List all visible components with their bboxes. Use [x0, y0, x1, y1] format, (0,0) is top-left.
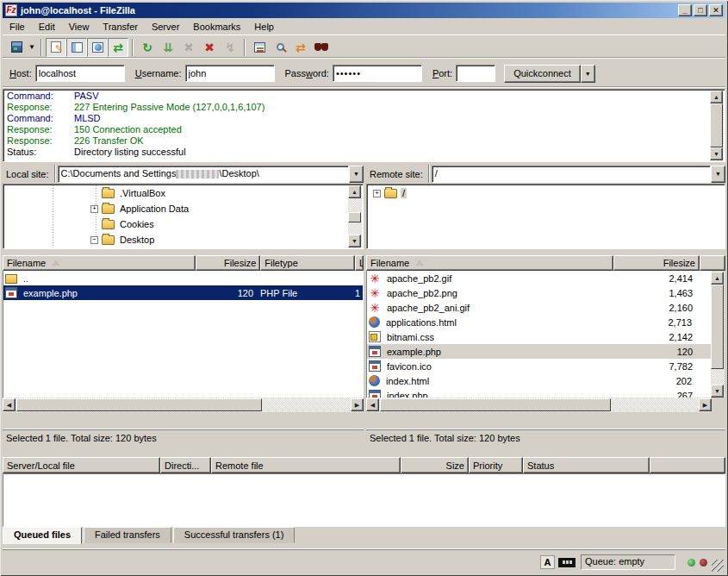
port-input[interactable] [456, 65, 495, 82]
quickconnect-button[interactable]: Quickconnect [504, 65, 581, 83]
toggle-log-view-button[interactable]: ✎ [46, 38, 66, 57]
remote-site-combo[interactable]: / ▼ [432, 166, 725, 183]
menu-view[interactable]: View [62, 20, 96, 34]
speed-limit-icon[interactable] [558, 558, 576, 567]
toggle-queue-button[interactable]: ⇄ [108, 38, 128, 57]
activity-led-red-icon [700, 559, 707, 567]
menu-file[interactable]: File [3, 20, 32, 34]
queue-col-remote-file[interactable]: Remote file [211, 457, 401, 473]
directory-filters-button[interactable] [249, 38, 270, 57]
remote-col-filename[interactable]: Filename [366, 255, 613, 271]
local-row-up[interactable]: .. [3, 271, 363, 285]
password-input[interactable] [333, 65, 422, 82]
data-type-ascii-icon[interactable]: A [540, 555, 555, 569]
collapse-minus-icon[interactable]: − [90, 236, 98, 244]
menu-help[interactable]: Help [247, 20, 281, 34]
minimize-button[interactable]: _ [678, 4, 692, 16]
scrollbar-thumb[interactable] [348, 212, 361, 222]
expand-plus-icon[interactable]: + [373, 190, 381, 197]
local-col-lastmodified[interactable]: L [355, 255, 364, 271]
remote-row[interactable]: apache_pb2.png1,463 [367, 285, 711, 300]
disconnect-button[interactable]: ✖ [199, 38, 220, 57]
remote-row-selected[interactable]: example.php120 [367, 344, 711, 359]
queue-col-direction[interactable]: Directi... [160, 457, 211, 473]
scroll-right-icon[interactable]: ▶ [699, 398, 712, 411]
local-tree-scrollbar[interactable]: ▲ ▼ [348, 185, 362, 247]
queue-body[interactable] [3, 473, 725, 527]
scrollbar-thumb[interactable] [711, 285, 724, 369]
remote-row[interactable]: apache_pb2_ani.gif2,160 [367, 300, 711, 315]
queue-col-priority[interactable]: Priority [469, 457, 523, 473]
scroll-up-icon[interactable]: ▲ [710, 91, 723, 103]
quickconnect-dropdown[interactable]: ▼ [581, 65, 595, 83]
scroll-down-icon[interactable]: ▼ [348, 235, 361, 247]
tree-item-application-data[interactable]: + Application Data [4, 201, 362, 216]
resize-grip[interactable] [712, 560, 724, 572]
toggle-local-tree-button[interactable] [66, 38, 87, 57]
local-path-value[interactable]: C:\Documents and Settings\Desktop\ [58, 166, 349, 183]
refresh-button[interactable]: ↻ [137, 38, 158, 57]
synchronized-browsing-button[interactable]: ⇄ [290, 38, 311, 57]
remote-list-scrollbar[interactable]: ▲ ▼ [711, 272, 725, 398]
local-site-dropdown[interactable]: ▼ [349, 166, 364, 183]
tree-item-cookies[interactable]: Cookies [4, 216, 362, 232]
tree-item-desktop[interactable]: − Desktop [4, 232, 362, 247]
tree-item-virtualbox[interactable]: .VirtualBox [4, 185, 362, 201]
scrollbar-thumb[interactable] [710, 103, 723, 147]
scroll-down-icon[interactable]: ▼ [710, 147, 723, 160]
scroll-down-icon[interactable]: ▼ [711, 385, 724, 398]
maximize-button[interactable]: □ [694, 4, 707, 16]
site-manager-dropdown[interactable]: ▼ [27, 38, 37, 57]
local-col-filetype[interactable]: Filetype [260, 255, 355, 271]
remote-path-value[interactable]: / [432, 166, 711, 183]
find-files-button[interactable] [311, 38, 332, 57]
remote-row[interactable]: bitnami.css2,142 [367, 329, 711, 344]
local-col-filesize[interactable]: Filesize [196, 255, 260, 271]
remote-site-dropdown[interactable]: ▼ [711, 166, 725, 183]
scroll-up-icon[interactable]: ▲ [711, 272, 724, 285]
queue-col-size[interactable]: Size [401, 457, 469, 473]
remote-row[interactable]: favicon.ico7,782 [367, 359, 711, 373]
reconnect-button[interactable]: ↯ [220, 38, 240, 57]
cancel-button[interactable]: ✖ [178, 38, 199, 57]
menu-server[interactable]: Server [145, 20, 186, 34]
scroll-left-icon[interactable]: ◀ [3, 398, 16, 411]
close-button[interactable]: ✕ [709, 4, 723, 16]
title-bar[interactable]: Fz john@localhost - FileZilla _ □ ✕ [3, 3, 725, 18]
expand-plus-icon[interactable]: + [90, 205, 98, 213]
remote-row[interactable]: apache_pb2.gif2,414 [367, 271, 711, 285]
remote-row[interactable]: index.html202 [367, 373, 711, 388]
directory-comparison-button[interactable] [270, 38, 290, 57]
queue-col-status[interactable]: Status [523, 457, 650, 473]
log-scrollbar[interactable]: ▲ ▼ [710, 91, 724, 160]
scrollbar-thumb[interactable] [16, 398, 262, 411]
site-manager-button[interactable] [6, 38, 27, 57]
scrollbar-thumb[interactable] [380, 398, 611, 411]
filezilla-window: Fz john@localhost - FileZilla _ □ ✕ File… [0, 0, 728, 576]
tab-queued-files[interactable]: Queued files [3, 527, 82, 544]
tab-failed-transfers[interactable]: Failed transfers [84, 527, 171, 543]
remote-row[interactable]: applications.html2,713 [367, 315, 711, 329]
local-site-combo[interactable]: C:\Documents and Settings\Desktop\ ▼ [58, 166, 364, 183]
process-queue-button[interactable]: ⇊ [158, 38, 178, 57]
host-input[interactable] [35, 65, 125, 82]
tree-item-root[interactable]: + / [368, 185, 724, 201]
toggle-remote-tree-button[interactable] [87, 38, 108, 57]
window-title: john@localhost - FileZilla [21, 5, 676, 16]
username-input[interactable] [185, 65, 275, 82]
tab-successful-transfers[interactable]: Successful transfers (1) [173, 527, 296, 543]
scroll-up-icon[interactable]: ▲ [348, 185, 361, 198]
local-list-hscrollbar[interactable]: ◀ ▶ [3, 398, 364, 412]
remote-col-filesize[interactable]: Filesize [613, 255, 700, 271]
menu-edit[interactable]: Edit [32, 20, 62, 34]
local-col-filename[interactable]: Filename [3, 255, 196, 271]
scroll-left-icon[interactable]: ◀ [366, 398, 379, 411]
menu-bookmarks[interactable]: Bookmarks [186, 20, 247, 34]
remote-directory-tree: + / [366, 184, 725, 249]
scroll-right-icon[interactable]: ▶ [351, 398, 364, 411]
local-row-example-php[interactable]: example.php 120 PHP File 1 [3, 285, 363, 300]
queue-col-server-local[interactable]: Server/Local file [3, 457, 160, 473]
remote-list-hscrollbar[interactable]: ◀ ▶ [366, 398, 712, 412]
menu-transfer[interactable]: Transfer [96, 20, 145, 34]
username-label: Username: [135, 68, 182, 78]
